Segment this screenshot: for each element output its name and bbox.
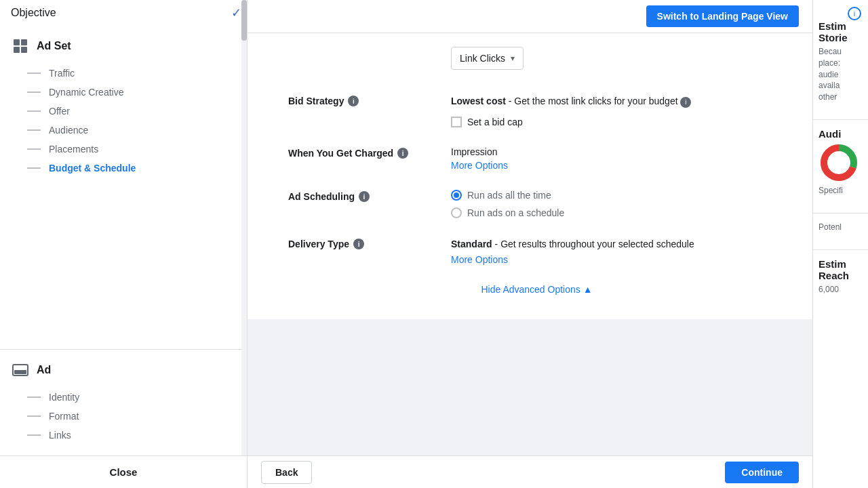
panel-divider-3 xyxy=(813,249,868,250)
main-wrapper: Switch to Landing Page View Link Clicks … xyxy=(248,0,812,488)
nav-label-dynamic-creative: Dynamic Creative xyxy=(49,87,123,98)
nav-item-audience[interactable]: Audience xyxy=(11,121,236,140)
audience-donut-chart xyxy=(818,142,859,183)
bid-strategy-info-icon[interactable]: i xyxy=(348,96,359,106)
bid-strategy-text: Lowest cost - Get the most link clicks f… xyxy=(451,94,785,108)
nav-label-links: Links xyxy=(49,430,71,441)
nav-item-traffic[interactable]: Traffic xyxy=(11,64,236,83)
nav-item-identity[interactable]: Identity xyxy=(11,388,236,407)
scheduling-label: Ad Scheduling i xyxy=(288,190,437,202)
objective-row: Objective ✓ xyxy=(0,0,247,26)
ad-nav-items: Identity Format Links xyxy=(11,388,236,445)
estim-reach-value: 6,000 xyxy=(818,284,863,296)
scheduling-content: Run ads all the time Run ads on a schedu… xyxy=(451,190,785,218)
panel-divider-1 xyxy=(813,119,868,120)
charged-content: Impression More Options xyxy=(451,146,785,171)
scheduling-label-text: Ad Scheduling xyxy=(288,191,355,202)
nav-dash xyxy=(27,73,41,74)
nav-label-placements: Placements xyxy=(49,144,98,155)
budget-info-icon[interactable]: i xyxy=(680,97,691,108)
continue-button[interactable]: Continue xyxy=(725,462,799,483)
sidebar: Objective ✓ Ad Set Traffic xyxy=(0,0,248,488)
main-header: Switch to Landing Page View xyxy=(248,0,812,33)
chevron-down-icon: ▾ xyxy=(511,54,515,63)
svg-rect-3 xyxy=(21,47,27,53)
delivery-content: Standard - Get results throughout your s… xyxy=(451,237,785,265)
nav-item-format[interactable]: Format xyxy=(11,407,236,426)
nav-dash xyxy=(27,92,41,93)
bottom-bar: Back Continue xyxy=(248,455,812,488)
bid-strategy-content: Lowest cost - Get the most link clicks f… xyxy=(451,94,785,127)
switch-to-landing-page-button[interactable]: Switch to Landing Page View xyxy=(646,5,799,27)
delivery-description: - Get results throughout your selected s… xyxy=(495,239,694,249)
bid-strategy-label-text: Bid Strategy xyxy=(288,96,344,106)
link-clicks-label: Link Clicks xyxy=(460,53,505,64)
nav-label-identity: Identity xyxy=(49,392,79,403)
delivery-type-row: Delivery Type i Standard - Get results t… xyxy=(288,237,785,265)
run-all-time-label: Run ads all the time xyxy=(467,190,551,201)
panel-info-icon[interactable]: i xyxy=(848,7,861,20)
charged-label: When You Get Charged i xyxy=(288,146,437,159)
form-area: Link Clicks ▾ Bid Strategy i Lowest cost… xyxy=(248,33,812,488)
nav-item-links[interactable]: Links xyxy=(11,426,236,445)
scheduling-info-icon[interactable]: i xyxy=(359,191,370,202)
run-on-schedule-label: Run ads on a schedule xyxy=(467,207,564,218)
charged-info-icon[interactable]: i xyxy=(397,148,408,159)
back-button[interactable]: Back xyxy=(261,461,312,484)
run-all-time-radio[interactable] xyxy=(451,190,462,201)
nav-item-placements[interactable]: Placements xyxy=(11,140,236,159)
bid-cap-row: Set a bid cap xyxy=(451,117,785,127)
nav-label-traffic: Traffic xyxy=(49,68,75,79)
panel-divider-2 xyxy=(813,213,868,214)
audience-section: Audi Specifi xyxy=(813,128,868,205)
charged-label-text: When You Get Charged xyxy=(288,148,393,159)
delivery-text: Standard - Get results throughout your s… xyxy=(451,237,785,251)
run-on-schedule-radio[interactable] xyxy=(451,207,462,218)
bid-strategy-label: Bid Strategy i xyxy=(288,94,437,106)
link-clicks-dropdown[interactable]: Link Clicks ▾ xyxy=(451,47,524,70)
scheduling-row: Ad Scheduling i Run ads all the time Run… xyxy=(288,190,785,218)
estim-stories-title: EstimStorie xyxy=(818,20,863,43)
nav-dash xyxy=(27,167,41,169)
estim-reach-section: EstimReach 6,000 xyxy=(813,258,868,304)
delivery-more-options-link[interactable]: More Options xyxy=(451,254,785,265)
bid-strategy-description: - Get the most link clicks for your budg… xyxy=(509,96,681,106)
estim-stories-section: EstimStorie Becauplace:audieavailaother xyxy=(813,20,868,111)
objective-label: Objective xyxy=(11,7,56,19)
nav-label-budget-schedule: Budget & Schedule xyxy=(49,163,136,174)
hide-advanced-link[interactable]: Hide Advanced Options ▲ xyxy=(481,284,592,295)
nav-item-offer[interactable]: Offer xyxy=(11,102,236,121)
run-all-time-option: Run ads all the time xyxy=(451,190,785,201)
sidebar-footer: Close xyxy=(0,455,247,488)
delivery-info-icon[interactable]: i xyxy=(353,239,364,249)
potential-section: Potenl xyxy=(813,222,868,241)
nav-label-format: Format xyxy=(49,411,79,422)
lowest-cost-label: Lowest cost xyxy=(451,96,506,106)
nav-dash xyxy=(27,110,41,112)
nav-dash xyxy=(27,396,41,398)
charged-more-options-link[interactable]: More Options xyxy=(451,160,785,171)
nav-item-dynamic-creative[interactable]: Dynamic Creative xyxy=(11,83,236,102)
potential-label: Potenl xyxy=(818,222,863,233)
delivery-type-label-text: Delivery Type xyxy=(288,239,349,249)
delivery-type-label: Delivery Type i xyxy=(288,237,437,249)
adset-section: Ad Set Traffic Dynamic Creative Offer Au… xyxy=(0,26,247,349)
objective-checkmark: ✓ xyxy=(231,5,241,20)
hide-advanced-section: Hide Advanced Options ▲ xyxy=(288,284,785,295)
bid-cap-label: Set a bid cap xyxy=(467,117,523,127)
adset-header: Ad Set xyxy=(11,37,236,56)
bid-cap-checkbox[interactable] xyxy=(451,117,462,127)
specific-label: Specifi xyxy=(818,185,863,197)
bid-strategy-row: Bid Strategy i Lowest cost - Get the mos… xyxy=(288,94,785,127)
svg-rect-5 xyxy=(14,370,26,374)
adset-title: Ad Set xyxy=(37,40,71,52)
ad-icon xyxy=(11,361,30,380)
nav-item-budget-schedule[interactable]: Budget & Schedule xyxy=(11,159,236,178)
scroll-indicator xyxy=(241,0,247,455)
svg-rect-2 xyxy=(14,47,20,53)
nav-label-offer: Offer xyxy=(49,106,70,117)
audience-title: Audi xyxy=(818,128,863,140)
charged-row: When You Get Charged i Impression More O… xyxy=(288,146,785,171)
close-button[interactable]: Close xyxy=(0,456,247,489)
ad-title: Ad xyxy=(37,364,51,376)
